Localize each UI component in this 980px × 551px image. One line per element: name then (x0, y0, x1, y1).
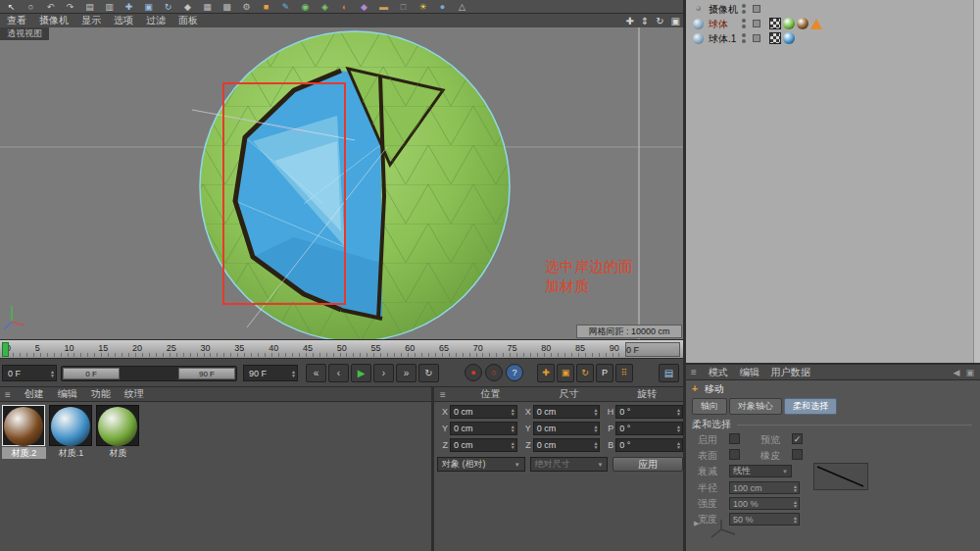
material-name[interactable]: 材质.1 (49, 447, 93, 459)
sphere-object[interactable] (200, 31, 510, 339)
attr-spinner[interactable]: 100 cm ▲▼ (729, 481, 800, 494)
size-spinner[interactable]: 0 cm ▲▼ (533, 405, 601, 419)
attr-menu-userdata[interactable]: 用户数据 (771, 366, 810, 379)
preview-range-slider[interactable]: 0 F 90 F (61, 366, 237, 381)
viewport-menu-item[interactable]: 查看 (7, 14, 26, 27)
subdivision-surface-icon[interactable]: ◉ (296, 1, 315, 13)
object-row-sphere[interactable]: 球体 (686, 17, 980, 31)
current-frame-field[interactable]: 0 F ▲▼ (625, 342, 680, 357)
layer-chip[interactable] (753, 20, 760, 27)
object-row-sphere-1[interactable]: 球体.1 (686, 31, 980, 46)
preview-checkbox[interactable]: ✓ (792, 433, 803, 444)
goto-start-button[interactable]: « (306, 364, 326, 382)
expand-arrow-icon[interactable]: ▶ (694, 520, 699, 527)
layout-toggle-button[interactable]: ▤ (659, 364, 679, 382)
object-row-camera[interactable]: 摄像机 (686, 2, 980, 17)
material-thumbnail[interactable] (2, 405, 45, 446)
camera-tool-icon[interactable]: □ (394, 1, 413, 13)
redo-icon[interactable]: ↷ (61, 1, 79, 13)
material-menu-texture[interactable]: 纹理 (124, 387, 144, 401)
attr-menu-edit[interactable]: 编辑 (740, 366, 760, 379)
visibility-dots[interactable] (742, 19, 746, 28)
light-icon[interactable]: ☀ (414, 1, 432, 13)
primitive-cube-icon[interactable]: ■ (257, 1, 275, 13)
zoom-view-icon[interactable]: ⇕ (641, 16, 649, 26)
tag-chip[interactable] (797, 18, 808, 29)
tag-chip[interactable] (783, 18, 795, 29)
stepper-arrows[interactable]: ▲▼ (290, 370, 297, 377)
sky-icon[interactable]: ● (433, 1, 452, 13)
material-item[interactable]: 材质 (96, 405, 140, 459)
stepper-arrows[interactable]: ▲▼ (49, 370, 56, 377)
apply-button[interactable]: 应用 (612, 457, 683, 472)
material-item[interactable]: 材质.2 (2, 405, 46, 459)
layer-chip[interactable] (753, 34, 760, 42)
material-menu-function[interactable]: 功能 (91, 387, 111, 401)
view-label[interactable]: 透视视图 (0, 27, 49, 40)
rotate-tool-icon[interactable]: ↻ (159, 1, 177, 13)
material-thumbnail[interactable] (96, 405, 139, 446)
paste-icon[interactable]: ▥ (100, 1, 119, 13)
object-name[interactable]: 摄像机 (709, 3, 738, 17)
undo-icon[interactable]: ↶ (41, 1, 60, 13)
attr-spinner[interactable]: 100 % ▲▼ (729, 497, 800, 510)
position-spinner[interactable]: 0 cm ▲▼ (450, 438, 517, 452)
live-selection-icon[interactable]: ○ (22, 1, 40, 13)
attr-menu-mode[interactable]: 模式 (709, 366, 728, 379)
move-tool-icon[interactable]: ✚ (120, 1, 138, 13)
autokey-button[interactable]: ○ (485, 364, 503, 381)
tab-soft-selection[interactable]: 柔和选择 (784, 398, 837, 415)
pan-view-icon[interactable]: ✚ (625, 16, 633, 26)
tag-chip[interactable] (783, 32, 795, 44)
stage-icon[interactable]: △ (453, 1, 471, 13)
surface-checkbox[interactable] (729, 449, 740, 460)
material-item[interactable]: 材质.1 (49, 405, 93, 459)
next-key-button[interactable]: › (373, 364, 394, 382)
size-mode-dropdown[interactable]: 绝对尺寸▼ (530, 457, 609, 472)
floor-icon[interactable]: ▬ (374, 1, 393, 13)
material-menu-edit[interactable]: 编辑 (58, 387, 77, 401)
timeline-playhead[interactable] (2, 342, 9, 357)
select-arrow-icon[interactable]: ↖ (2, 1, 21, 13)
object-name[interactable]: 球体 (709, 18, 728, 31)
scale-tool-icon[interactable]: ▣ (139, 1, 158, 13)
range-start-handle[interactable]: 0 F (63, 368, 120, 379)
position-spinner[interactable]: 0 cm ▲▼ (450, 405, 517, 419)
render-view-icon[interactable]: ▦ (198, 1, 217, 13)
panel-menu-icon[interactable]: ≡ (434, 389, 452, 400)
size-spinner[interactable]: 0 cm ▲▼ (533, 422, 601, 435)
tag-chip[interactable] (769, 18, 781, 29)
key-parameter-button[interactable]: P (596, 364, 613, 382)
history-back-icon[interactable]: ◀ (954, 368, 960, 377)
position-spinner[interactable]: 0 cm ▲▼ (450, 422, 517, 435)
key-rotation-button[interactable]: ↻ (576, 364, 594, 382)
timeline-ruler[interactable]: 051015202530354045505560657075808590 0 F… (0, 339, 683, 359)
coordinate-system-icon[interactable]: ◆ (178, 1, 197, 13)
maximize-view-icon[interactable]: ▣ (671, 16, 680, 26)
array-icon[interactable]: ◈ (316, 1, 334, 13)
deformer-icon[interactable]: ◆ (355, 1, 373, 13)
help-button[interactable]: ? (506, 364, 523, 381)
tab-axis[interactable]: 轴向 (692, 398, 727, 415)
viewport-menu-item[interactable]: 面板 (178, 14, 198, 27)
eraser-checkbox[interactable] (792, 449, 803, 460)
rotation-spinner[interactable]: 0 ° ▲▼ (615, 438, 683, 452)
material-thumbnail[interactable] (49, 405, 92, 446)
viewport-menu-item[interactable]: 显示 (81, 14, 101, 27)
prev-key-button[interactable]: ‹ (328, 364, 349, 382)
panel-menu-icon[interactable]: ≡ (691, 367, 697, 377)
rotation-spinner[interactable]: 0 ° ▲▼ (615, 422, 683, 435)
stepper-arrows[interactable]: ▲▼ (672, 346, 679, 354)
coordinate-mode-dropdown[interactable]: 对象 (相对)▼ (437, 457, 525, 472)
frame-start-spinner[interactable]: 0 F ▲▼ (2, 365, 57, 381)
layer-chip[interactable] (753, 5, 760, 13)
spline-pen-icon[interactable]: ✎ (276, 1, 295, 13)
goto-end-button[interactable]: » (396, 364, 416, 382)
play-button[interactable]: ▶ (351, 364, 371, 382)
rotate-view-icon[interactable]: ↻ (656, 16, 663, 26)
enable-checkbox[interactable] (729, 433, 740, 444)
viewport[interactable]: 查看摄像机显示选项过滤面板 ✚⇕↻▣ 透视视图 (0, 14, 683, 339)
boole-icon[interactable]: ◐ (335, 1, 354, 13)
tag-chip[interactable] (769, 32, 781, 44)
visibility-dots[interactable] (742, 4, 746, 14)
